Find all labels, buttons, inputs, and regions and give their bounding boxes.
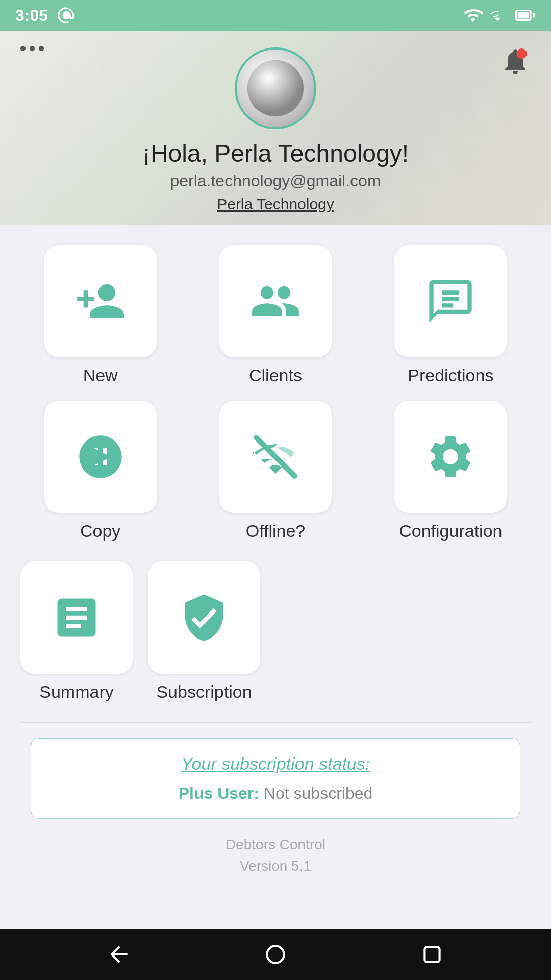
menu-item-subscription[interactable]: Subscription: [148, 561, 260, 702]
menu-item-predictions[interactable]: Predictions: [371, 245, 531, 385]
menu-grid-row3: Summary Subscription: [20, 561, 531, 702]
svg-point-6: [267, 946, 284, 963]
menu-item-new[interactable]: New: [20, 245, 180, 385]
bell-button[interactable]: [500, 46, 531, 79]
main-content: New Clients Predictions: [0, 225, 551, 929]
menu-card-new[interactable]: [44, 245, 157, 357]
avatar-sphere: [245, 58, 306, 119]
menu-label-new: New: [83, 365, 118, 385]
subscription-value: Not subscribed: [264, 784, 372, 802]
back-icon: [106, 942, 132, 967]
menu-card-offline[interactable]: [219, 401, 332, 513]
battery-icon: [514, 6, 536, 25]
divider: [20, 722, 531, 723]
menu-dot-2: [30, 46, 35, 51]
nav-bar: [0, 929, 551, 980]
menu-grid: New Clients Predictions: [20, 245, 531, 541]
menu-item-summary[interactable]: Summary: [20, 561, 133, 702]
menu-label-configuration: Configuration: [399, 521, 502, 541]
svg-point-3: [517, 48, 527, 59]
summary-icon: [51, 592, 102, 643]
signal-icon: [489, 6, 508, 25]
menu-item-configuration[interactable]: Configuration: [371, 401, 531, 541]
back-button[interactable]: [104, 939, 134, 970]
subscription-icon: [179, 592, 230, 643]
footer: Debtors Control Version 5.1: [20, 834, 531, 877]
menu-label-offline: Offline?: [246, 521, 306, 541]
header-greeting: ¡Hola, Perla Technology! perla.technolog…: [142, 139, 409, 213]
menu-label-clients: Clients: [249, 365, 302, 385]
menu-item-copy[interactable]: Copy: [20, 401, 180, 541]
menu-item-offline[interactable]: Offline?: [195, 401, 355, 541]
menu-label-copy: Copy: [80, 521, 120, 541]
menu-card-predictions[interactable]: [394, 245, 507, 357]
status-time: 3:05: [15, 6, 48, 25]
at-icon: [56, 6, 76, 25]
predictions-icon: [425, 276, 476, 327]
menu-button[interactable]: [20, 46, 44, 51]
menu-label-predictions: Predictions: [408, 365, 493, 385]
menu-dot-1: [20, 46, 26, 51]
menu-card-summary[interactable]: [20, 561, 133, 674]
bell-icon: [500, 46, 531, 77]
menu-label-summary: Summary: [39, 682, 113, 702]
header: ¡Hola, Perla Technology! perla.technolog…: [0, 31, 551, 225]
greeting-text: ¡Hola, Perla Technology!: [142, 139, 409, 167]
subscription-label: Plus User:: [179, 784, 259, 802]
svg-rect-2: [518, 12, 529, 19]
email-text: perla.technology@gmail.com: [142, 172, 409, 190]
menu-card-clients[interactable]: [219, 245, 332, 357]
recents-button[interactable]: [417, 939, 447, 970]
menu-label-subscription: Subscription: [156, 682, 252, 702]
company-link[interactable]: Perla Technology: [217, 195, 334, 212]
subscription-card: Your subscription status: Plus User: Not…: [31, 738, 520, 819]
recents-icon: [419, 942, 445, 967]
menu-card-configuration[interactable]: [394, 401, 507, 513]
footer-line2: Version 5.1: [20, 855, 531, 877]
copy-icon: [75, 431, 126, 482]
add-user-icon: [75, 276, 126, 327]
home-button[interactable]: [260, 939, 291, 970]
avatar-image: [235, 47, 316, 129]
menu-card-subscription[interactable]: [148, 561, 260, 674]
svg-rect-7: [424, 947, 439, 962]
avatar: [235, 47, 316, 129]
home-icon: [263, 942, 288, 967]
menu-card-copy[interactable]: [44, 401, 157, 513]
status-bar: 3:05: [0, 0, 551, 31]
clients-icon: [250, 276, 301, 327]
footer-line1: Debtors Control: [20, 834, 531, 855]
offline-icon: [250, 431, 301, 482]
configuration-icon: [425, 431, 476, 482]
menu-item-clients[interactable]: Clients: [195, 245, 355, 385]
svg-point-4: [247, 60, 304, 116]
menu-dot-3: [39, 46, 44, 51]
subscription-status: Plus User: Not subscribed: [52, 784, 499, 803]
wifi-icon: [463, 6, 483, 25]
subscription-title: Your subscription status:: [52, 754, 499, 774]
